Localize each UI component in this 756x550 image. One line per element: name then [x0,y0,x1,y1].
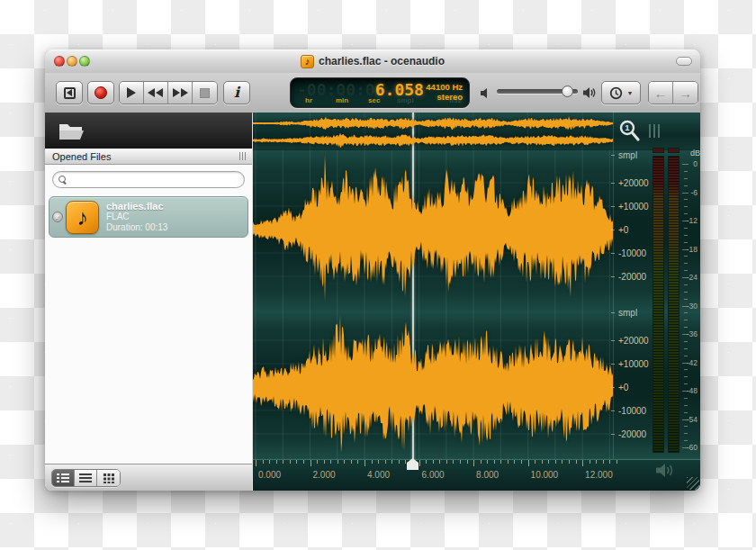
title-bar[interactable]: ♪ charlies.flac - ocenaudio [45,50,700,74]
sidebar-status-bar [45,464,252,491]
amp-dash [611,387,615,388]
ruler-tick [473,460,474,466]
time-label: 8.000 [476,470,499,480]
view-grid-button[interactable] [97,470,120,486]
db-tick [684,228,688,229]
amplitude-label: +20000 [618,178,649,188]
ruler-tick [508,460,508,464]
ruler-tick [439,460,440,464]
ruler-tick [582,460,583,466]
minimize-button[interactable] [67,56,77,67]
db-tick [684,405,688,406]
time-ruler[interactable]: 0.0002.0004.0006.0008.00010.00012.000 [253,459,700,491]
view-list-button[interactable] [75,470,97,486]
ruler-tick [330,460,331,464]
ruler-tick [590,460,590,464]
forward-button[interactable]: → [673,82,698,104]
volume-slider[interactable] [497,89,578,94]
ruler-tick [609,460,610,464]
db-tick [684,440,688,441]
ruler-tick [528,460,529,466]
amp-dash [611,434,615,435]
db-label: -48 [678,386,698,395]
db-tick [684,341,688,342]
time-display[interactable]: -00:00:06.058 hr min sec smpl fl32 44100… [290,77,470,108]
db-tick [684,292,688,293]
zoom-level-icon[interactable]: 1 [618,119,644,146]
db-label: -12 [678,216,698,225]
waveform-canvas[interactable] [253,150,613,459]
amp-dash [611,276,615,277]
file-name: charlies.flac [106,201,167,212]
ruler-tick [399,460,400,464]
db-label: -30 [678,302,698,311]
time-label: 6.000 [422,470,445,480]
clip-indicator-left [652,148,664,153]
ruler-tick [303,460,304,464]
close-button[interactable] [54,56,65,67]
stop-button[interactable] [193,82,217,104]
ruler-tick [569,460,570,464]
file-list-item[interactable]: ✓ ♪ charlies.flac FLAC Duration: 00:13 [49,196,248,238]
db-tick [684,235,688,236]
go-to-start-button[interactable] [56,81,83,104]
opened-files-header[interactable]: Opened Files [45,149,252,165]
overview-waveform[interactable] [253,113,613,150]
toolbar-toggle-button[interactable] [676,57,692,66]
file-check-icon[interactable]: ✓ [52,212,63,222]
search-box[interactable] [52,171,245,188]
info-icon: i [234,86,239,100]
detail-view-icon [56,473,70,483]
db-tick [684,206,688,207]
db-unit-label: dB [690,149,700,158]
waveform-panel[interactable]: 0.0002.0004.0006.0008.00010.00012.000 1 … [252,113,700,491]
file-meta: charlies.flac FLAC Duration: 00:13 [106,201,167,233]
record-icon [94,86,107,99]
amp-dash [611,230,615,230]
db-tick [684,398,688,399]
amp-dash [611,364,615,365]
audio-info: 44100 Hz stereo [426,82,463,102]
db-tick [684,263,688,264]
app-window: ♪ charlies.flac - ocenaudio i -00 [45,50,700,491]
unit-sample-dim: smpl [397,96,414,104]
ruler-tick [514,460,515,464]
folder-icon[interactable] [58,120,85,141]
fast-forward-icon [172,88,188,97]
ruler-tick [357,460,358,464]
ruler-tick [256,460,256,466]
amplitude-label: -10000 [618,248,646,258]
db-tick [684,348,688,349]
volume-knob[interactable] [562,86,573,97]
ruler-tick [603,460,604,464]
monitor-speaker-icon[interactable] [654,462,676,482]
time-label: 2.000 [313,470,336,480]
rewind-button[interactable] [144,82,168,104]
search-icon [58,176,67,184]
back-button[interactable]: ← [649,82,673,104]
back-arrow-icon: ← [654,86,668,100]
ruler-tick [548,460,549,464]
zoom-window-button[interactable] [79,56,90,67]
db-tick [684,171,688,172]
forward-arrow-icon: → [679,86,692,100]
db-label: 0 [678,159,698,168]
rewind-icon [148,88,164,97]
go-to-start-icon [64,87,76,99]
time-format-button[interactable]: ▼ [601,81,641,104]
info-button[interactable]: i [223,81,250,104]
play-button[interactable] [120,82,144,104]
resize-grip[interactable] [687,477,699,490]
check-glyph: ✓ [55,213,61,221]
meter-panel-grip[interactable] [649,124,660,138]
fast-forward-button[interactable] [168,82,193,104]
view-detail-button[interactable] [52,470,75,486]
search-input[interactable] [71,173,237,186]
opened-files-title: Opened Files [52,151,239,162]
db-tick [684,356,688,356]
panel-grip[interactable] [239,152,246,160]
ruler-tick [576,460,577,464]
file-format: FLAC [106,212,167,222]
record-button[interactable] [87,81,114,104]
ruler-tick [324,460,325,464]
